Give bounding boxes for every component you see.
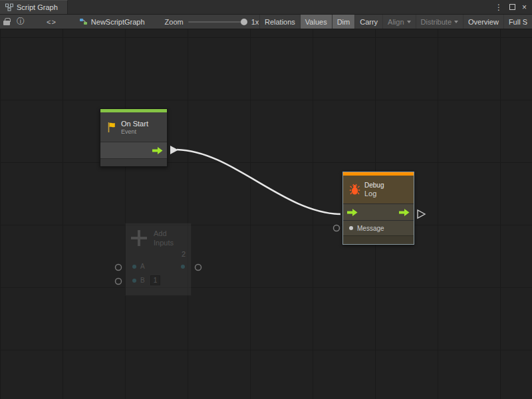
relations-button[interactable]: Relations — [259, 15, 300, 29]
align-label: Align — [388, 18, 404, 26]
graph-name-group[interactable]: NewScriptGraph — [79, 17, 145, 26]
node-debug-log[interactable]: Debug Log Message — [342, 172, 414, 245]
maximize-icon[interactable] — [509, 4, 515, 10]
input-a-label: A — [140, 263, 145, 270]
window-controls: ⋮ × — [495, 0, 532, 14]
node-subtitle: Log — [364, 190, 384, 198]
debug-output-triangle-icon[interactable] — [418, 210, 425, 218]
on-start-header: On Start Event — [100, 112, 167, 142]
tab-title: Script Graph — [17, 3, 58, 11]
connection-wire[interactable] — [177, 150, 340, 214]
graph-canvas[interactable]: On Start Event — [0, 29, 532, 399]
debug-footer — [343, 235, 414, 244]
control-output-arrow-icon[interactable] — [152, 147, 163, 154]
add-input-a-circle-icon[interactable] — [116, 265, 122, 271]
add-title-line2: Inputs — [154, 239, 174, 247]
chevron-down-icon — [407, 21, 411, 23]
overview-button[interactable]: Overview — [463, 15, 503, 29]
input-b-value-field[interactable]: 1 — [150, 275, 161, 285]
input-row-a[interactable]: A — [126, 259, 191, 273]
add-node-header: Add Inputs 2 — [126, 223, 191, 259]
zoom-slider-knob[interactable] — [241, 19, 247, 25]
zoom-group: Zoom 1x — [165, 18, 259, 26]
value-output-dot-icon[interactable] — [181, 265, 185, 269]
align-button[interactable]: Align — [382, 15, 415, 29]
distribute-label: Distribute — [421, 18, 452, 26]
on-start-output-triangle-icon[interactable] — [170, 146, 178, 154]
plus-icon — [131, 230, 147, 246]
script-graph-asset-icon — [79, 17, 88, 26]
control-output-arrow-icon[interactable] — [399, 209, 410, 216]
node-on-start[interactable]: On Start Event — [100, 108, 168, 167]
node-subtitle: Event — [121, 128, 148, 135]
tab-script-graph[interactable]: Script Graph — [0, 0, 68, 14]
debug-ports-row — [343, 203, 414, 221]
input-row-b[interactable]: B 1 — [126, 273, 191, 287]
toolbar-buttons: Relations Values Dim Carry Align Distrib… — [259, 15, 532, 29]
message-input-circle-icon[interactable] — [334, 225, 340, 231]
message-port-label: Message — [357, 225, 384, 232]
dim-button[interactable]: Dim — [332, 15, 355, 29]
on-start-ports-row — [100, 142, 167, 159]
graph-toolbar: ⓘ <> NewScriptGraph Zoom 1x Relations Va… — [0, 15, 532, 29]
zoom-slider[interactable] — [188, 21, 247, 23]
value-port-dot-icon[interactable] — [349, 226, 353, 230]
code-icon[interactable]: <> — [47, 18, 57, 26]
value-port-dot-icon[interactable] — [132, 265, 136, 269]
lock-icon[interactable] — [0, 15, 13, 29]
connections-overlay — [0, 29, 532, 399]
add-title-line1: Add — [154, 229, 167, 237]
node-title: On Start — [121, 120, 148, 128]
flag-icon — [106, 122, 117, 133]
add-inputs-count: 2 — [182, 250, 186, 258]
value-port-dot-icon[interactable] — [132, 279, 136, 283]
input-b-label: B — [140, 277, 145, 284]
menu-icon[interactable]: ⋮ — [495, 0, 503, 15]
close-icon[interactable]: × — [522, 0, 527, 15]
control-input-arrow-icon[interactable] — [347, 209, 358, 216]
on-start-footer — [100, 159, 167, 166]
graph-tab-icon — [5, 3, 13, 11]
zoom-label: Zoom — [165, 18, 184, 26]
titlebar: Script Graph ⋮ × — [0, 0, 532, 15]
distribute-button[interactable]: Distribute — [416, 15, 463, 29]
values-button[interactable]: Values — [300, 15, 332, 29]
bug-icon — [349, 184, 360, 196]
node-add-inputs-dimmed[interactable]: Add Inputs 2 A B 1 — [125, 223, 192, 296]
add-output-circle-icon[interactable] — [196, 265, 201, 271]
chevron-down-icon — [454, 21, 458, 23]
script-graph-window: Script Graph ⋮ × ⓘ <> NewScriptGraph Zoo… — [0, 0, 532, 399]
graph-name-label: NewScriptGraph — [91, 18, 145, 26]
message-port-row[interactable]: Message — [343, 221, 414, 235]
add-input-b-circle-icon[interactable] — [116, 279, 122, 285]
info-icon[interactable]: ⓘ — [13, 15, 28, 29]
debug-header: Debug Log — [343, 176, 414, 203]
node-title: Debug — [364, 182, 384, 189]
carry-button[interactable]: Carry — [354, 15, 382, 29]
fullscreen-button[interactable]: Full S — [503, 15, 532, 29]
zoom-value: 1x — [251, 18, 259, 26]
